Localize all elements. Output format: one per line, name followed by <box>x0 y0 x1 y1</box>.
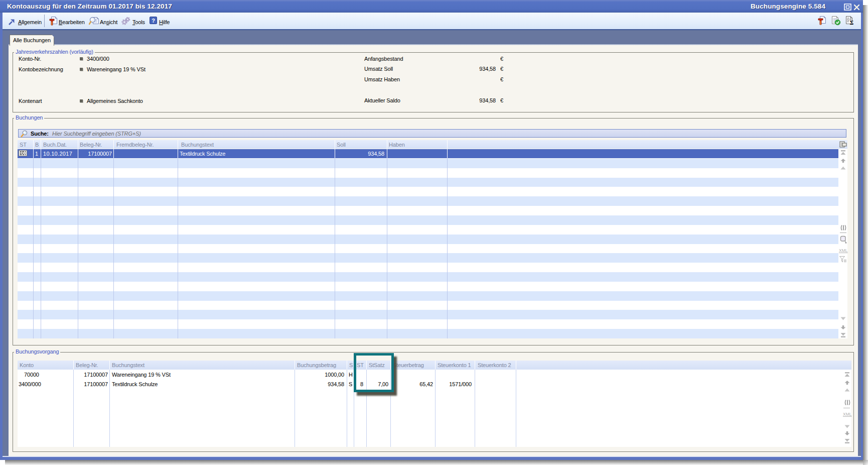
svg-text:Σ: Σ <box>850 19 854 26</box>
svg-text:?: ? <box>152 18 155 24</box>
